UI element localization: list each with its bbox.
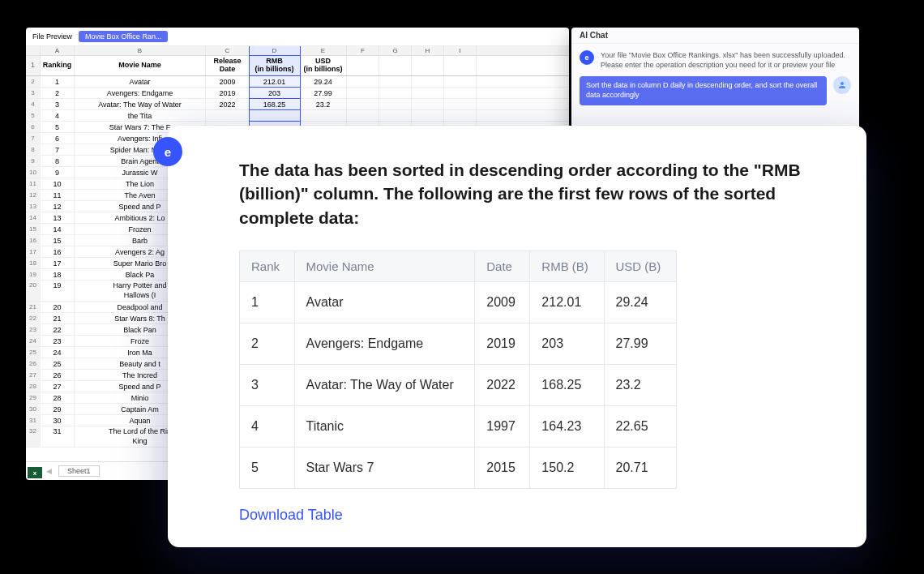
th-movie: Movie Name: [294, 251, 475, 282]
header-row: 1 Ranking Movie Name Release Date RMB (i…: [26, 56, 569, 76]
row-number: 1: [26, 56, 41, 75]
col-letter[interactable]: F: [347, 46, 379, 55]
col-letter[interactable]: G: [379, 46, 412, 55]
th-rmb: RMB (B): [530, 251, 604, 282]
chat-title: AI Chat: [571, 28, 859, 44]
answer-table: Rank Movie Name Date RMB (B) USD (B) 1Av…: [239, 251, 677, 489]
column-letters-row: ABCDEFGHI: [26, 46, 569, 56]
excel-icon: x: [28, 467, 42, 478]
col-letter[interactable]: A: [41, 46, 75, 55]
col-header-date[interactable]: Release Date: [206, 56, 250, 75]
table-row[interactable]: 21Avatar2009212.0129.24: [26, 76, 569, 88]
user-message-text: Sort the data in column D daily in desce…: [580, 76, 827, 105]
col-letter[interactable]: I: [444, 46, 477, 55]
user-avatar-icon: [833, 76, 851, 94]
chat-user-row: Sort the data in column D daily in desce…: [571, 76, 859, 111]
col-letter[interactable]: [26, 46, 41, 55]
th-usd: USD (B): [604, 251, 676, 282]
chat-bot-message: e Your file "Movie Box Office Rankings. …: [571, 44, 859, 76]
col-header-ranking[interactable]: Ranking: [41, 56, 75, 75]
table-row[interactable]: 43Avatar: The Way of Water2022168.2523.2: [26, 99, 569, 110]
col-letter[interactable]: H: [412, 46, 444, 55]
th-rank: Rank: [240, 251, 295, 282]
col-letter[interactable]: C: [206, 46, 250, 55]
sheet-tab[interactable]: Sheet1: [58, 465, 100, 477]
bot-message-text: Your file "Movie Box Office Rankings. xl…: [601, 50, 851, 70]
file-tab[interactable]: Movie Box Office Ran...: [79, 31, 168, 42]
answer-row: 2Avengers: Endgame201920327.99: [240, 323, 677, 365]
col-letter[interactable]: D: [250, 46, 300, 55]
col-header-usd[interactable]: USD (in billions): [300, 56, 347, 75]
sheet-topbar: File Preview Movie Box Office Ran...: [26, 28, 569, 46]
col-letter[interactable]: E: [300, 46, 347, 55]
answer-row: 3Avatar: The Way of Water2022168.2523.2: [240, 365, 677, 406]
file-preview-label: File Preview: [32, 32, 72, 41]
bot-avatar-icon: e: [580, 50, 594, 65]
answer-row: 4Titanic1997164.2322.65: [240, 406, 677, 448]
answer-card: e The data has been sorted in descending…: [168, 126, 866, 547]
assistant-avatar-icon: e: [153, 137, 182, 166]
table-row[interactable]: 32Avengers: Endgame201920327.99: [26, 88, 569, 99]
table-row[interactable]: 54the Tita: [26, 110, 569, 122]
nav-prev-icon[interactable]: ◀: [46, 467, 52, 475]
answer-heading: The data has been sorted in descending o…: [239, 158, 826, 229]
answer-row: 5Star Wars 72015150.220.71: [240, 448, 677, 489]
th-date: Date: [475, 251, 530, 282]
col-header-movie[interactable]: Movie Name: [75, 56, 206, 75]
answer-row: 1Avatar2009212.0129.24: [240, 282, 677, 323]
answer-table-header: Rank Movie Name Date RMB (B) USD (B): [240, 251, 677, 282]
col-letter[interactable]: B: [75, 46, 206, 55]
download-table-link[interactable]: Download Table: [239, 507, 343, 524]
col-header-rmb[interactable]: RMB (in billions): [250, 56, 300, 75]
